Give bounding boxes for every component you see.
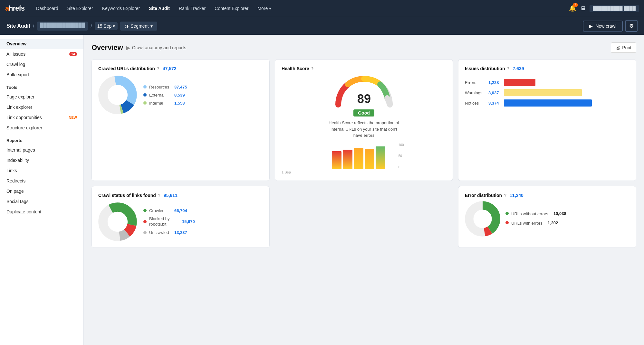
sidebar-item-duplicate-content[interactable]: Duplicate content [0, 207, 83, 217]
help-icon-health[interactable]: ? [311, 66, 314, 71]
crawled-urls-legend: Resources 37,475 External 8,539 Internal… [143, 85, 187, 106]
blocked-dot [143, 220, 147, 223]
chevron-down-icon: ▾ [269, 6, 271, 11]
y-label-100: 100 [399, 143, 404, 147]
breadcrumb-separator: / [33, 23, 34, 29]
chart-x-label: 1 Sep [282, 170, 291, 174]
sidebar-item-all-issues[interactable]: All issues 14 [0, 49, 83, 59]
legend-internal: Internal 1,558 [143, 101, 187, 106]
issues-title: Issues distribution ? 7,639 [465, 66, 630, 71]
notifications-button[interactable]: 🔔 6 [569, 5, 576, 12]
crawled-urls-title: Crawled URLs distribution ? 47,572 [98, 66, 263, 71]
crawl-status-chart-row: Crawled 66,704 Blocked by robots.txt 15,… [98, 202, 263, 241]
nav-site-explorer[interactable]: Site Explorer [63, 4, 97, 13]
help-icon-crawl[interactable]: ? [158, 193, 160, 198]
sidebar-item-social-tags[interactable]: Social tags [0, 196, 83, 207]
nav-site-audit[interactable]: Site Audit [145, 4, 174, 13]
gear-icon: ⚙ [629, 23, 634, 29]
print-button[interactable]: 🖨 Print [611, 42, 636, 53]
no-error-dot [505, 212, 509, 215]
new-crawl-button[interactable]: ▶ New crawl [583, 21, 623, 32]
sidebar-item-page-explorer[interactable]: Page explorer [0, 92, 83, 102]
legend-crawled: Crawled 66,704 [143, 208, 195, 213]
sidebar-item-link-explorer[interactable]: Link explorer [0, 102, 83, 112]
legend-uncrawled: Uncrawled 13,237 [143, 230, 195, 235]
chevron-down-icon: ▾ [113, 23, 115, 29]
crawl-anatomy-button[interactable]: ▶ Crawl anatomy and reports [126, 45, 186, 51]
sidebar-item-internal-pages[interactable]: Internal pages [0, 145, 83, 155]
nav-more[interactable]: More ▾ [254, 4, 275, 13]
health-score-title: Health Score ? [282, 66, 446, 71]
error-dist-chart-row: URLs without errors 10,038 URLs with err… [465, 201, 630, 237]
bar-1 [332, 151, 341, 169]
sidebar-item-on-page[interactable]: On page [0, 186, 83, 196]
error-distribution-card: Error distribution ? 11,240 [458, 186, 636, 248]
play-circle-icon: ▶ [126, 45, 130, 51]
sidebar-item-overview[interactable]: Overview [0, 39, 83, 49]
sidebar-item-indexability[interactable]: Indexability [0, 155, 83, 165]
breadcrumb-bar: Site Audit / ██████████████ / 15 Sep ▾ ◑… [0, 17, 644, 35]
breadcrumb-separator-2: / [91, 23, 92, 29]
nav-content-explorer[interactable]: Content Explorer [211, 4, 252, 13]
sidebar-item-redirects[interactable]: Redirects [0, 176, 83, 186]
help-icon-issues[interactable]: ? [507, 66, 509, 71]
legend-resources: Resources 37,475 [143, 85, 187, 89]
help-icon[interactable]: ? [157, 66, 159, 71]
chevron-down-icon: ▾ [150, 23, 153, 29]
sidebar-item-crawl-log[interactable]: Crawl log [0, 59, 83, 70]
legend-blocked: Blocked by robots.txt 15,670 [143, 216, 195, 227]
svg-point-8 [103, 207, 132, 236]
issue-errors-row: Errors 1,228 [465, 79, 630, 86]
crawl-status-donut [98, 202, 137, 241]
health-score-card: Health Score ? [275, 59, 453, 181]
sidebar-item-bulk-export[interactable]: Bulk export [0, 70, 83, 80]
settings-button[interactable]: ⚙ [625, 20, 638, 32]
sidebar-item-structure-explorer[interactable]: Structure explorer [0, 123, 83, 133]
nav-dashboard[interactable]: Dashboard [32, 4, 62, 13]
ahrefs-logo[interactable]: ahrefs [5, 4, 24, 13]
page-title-group: Overview ▶ Crawl anatomy and reports [91, 43, 186, 52]
crawled-urls-card: Crawled URLs distribution ? 47,572 [91, 59, 270, 181]
sidebar-item-links[interactable]: Links [0, 165, 83, 176]
legend-urls-with-errors: URLs with errors 1,202 [505, 220, 566, 226]
main-layout: Overview All issues 14 Crawl log Bulk ex… [0, 35, 644, 345]
printer-icon: 🖨 [616, 45, 620, 50]
error-dist-title: Error distribution ? 11,240 [465, 193, 630, 198]
nav-keywords-explorer[interactable]: Keywords Explorer [98, 4, 144, 13]
nav-rank-tracker[interactable]: Rank Tracker [175, 4, 209, 13]
crawl-anatomy-label: Crawl anatomy and reports [132, 45, 186, 50]
bar-3 [354, 148, 363, 169]
sidebar-section-tools: Tools [0, 80, 83, 92]
sidebar: Overview All issues 14 Crawl log Bulk ex… [0, 35, 84, 345]
user-account[interactable]: ██████████ ████ [590, 5, 639, 12]
crawled-urls-chart-row: Resources 37,475 External 8,539 Internal… [98, 76, 263, 114]
svg-text:89: 89 [357, 92, 370, 106]
top-navigation: ahrefs Dashboard Site Explorer Keywords … [0, 0, 644, 17]
error-dist-legend: URLs without errors 10,038 URLs with err… [505, 211, 566, 226]
issues-bars: Errors 1,228 Warnings 3,037 [465, 79, 630, 107]
health-trend-chart: 100 50 0 [332, 143, 396, 169]
errors-bar-wrap [504, 79, 630, 86]
warnings-bar-wrap [504, 89, 630, 96]
cards-grid-top: Crawled URLs distribution ? 47,572 [91, 59, 636, 181]
y-label-50: 50 [399, 154, 404, 158]
issues-distribution-card: Issues distribution ? 7,639 Errors 1,228… [458, 59, 636, 181]
help-icon-error[interactable]: ? [504, 193, 506, 198]
uncrawled-dot [143, 231, 147, 234]
error-dist-donut [465, 201, 500, 237]
legend-external: External 8,539 [143, 93, 187, 98]
y-label-0: 0 [399, 165, 404, 169]
date-selector[interactable]: 15 Sep ▾ [95, 22, 118, 30]
sidebar-item-link-opportunities[interactable]: Link opportunities NEW [0, 112, 83, 123]
cards-grid-bottom: Crawl status of links found ? 95,611 [91, 186, 636, 248]
crawl-status-card: Crawl status of links found ? 95,611 [91, 186, 270, 248]
notification-badge: 6 [573, 3, 578, 7]
monitor-icon[interactable]: 🖥 [580, 5, 586, 12]
empty-center-bottom [275, 186, 453, 248]
main-content: Overview ▶ Crawl anatomy and reports 🖨 P… [84, 35, 644, 345]
segment-button[interactable]: ◑ Segment ▾ [120, 22, 157, 31]
resources-dot [143, 85, 147, 89]
crawled-dot [143, 209, 147, 212]
health-score-label: Good [353, 109, 374, 117]
error-dist-total: 11,240 [510, 193, 524, 198]
